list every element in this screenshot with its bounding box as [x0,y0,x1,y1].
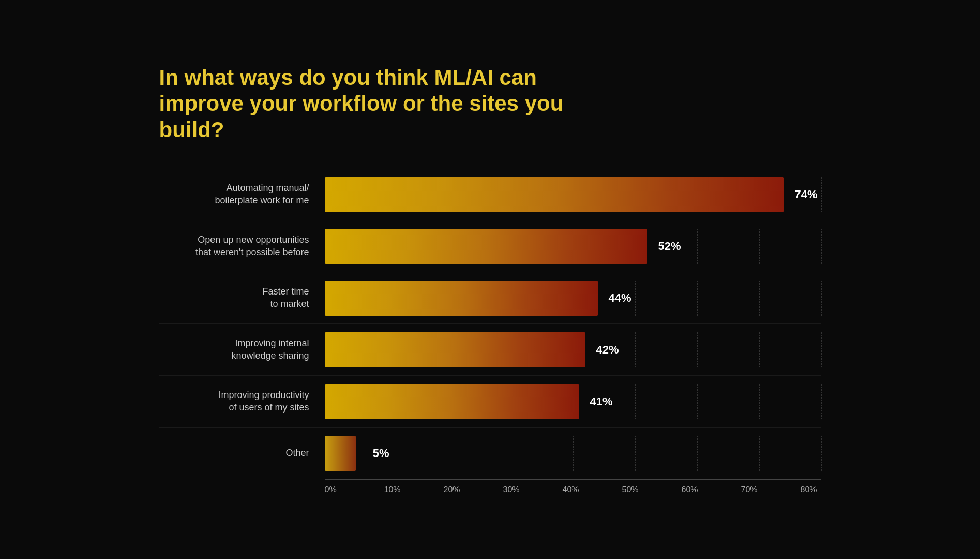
bar-label: Open up new opportunitiesthat weren't po… [159,234,325,258]
bar-label: Faster time to market [159,286,325,310]
bar-track: 74% [325,177,821,212]
bar-row: Improving productivityof users of my sit… [159,376,821,428]
bar-track: 42% [325,332,821,367]
bar-fill: 44% [325,281,598,316]
bar-label: Improving internalknowledge sharing [159,337,325,362]
x-axis-tick: 0% [325,485,384,494]
bar-row: Improving internalknowledge sharing42% [159,324,821,376]
bar-track: 44% [325,281,821,316]
bar-fill: 42% [325,332,585,367]
bar-fill: 41% [325,384,579,419]
bar-value-label: 5% [373,447,389,460]
x-axis-tick: 10% [384,485,444,494]
bar-row: Other5% [159,428,821,479]
bar-fill: 5% [325,436,356,471]
x-axis-tick: 50% [622,485,682,494]
bar-label: Improving productivityof users of my sit… [159,389,325,414]
bar-value-label: 42% [596,343,619,357]
chart-area: Automating manual/boilerplate work for m… [159,169,821,494]
bar-track: 41% [325,384,821,419]
x-axis-tick: 40% [563,485,622,494]
bar-row: Automating manual/boilerplate work for m… [159,169,821,220]
bar-value-label: 41% [590,395,612,408]
x-axis-tick: 80% [801,485,821,494]
x-axis-tick: 30% [503,485,563,494]
x-axis-tick: 60% [682,485,741,494]
x-axis-tick: 20% [444,485,503,494]
bars-container: Automating manual/boilerplate work for m… [159,169,821,479]
chart-container: In what ways do you think ML/AI can impr… [128,44,852,515]
bar-track: 52% [325,229,821,264]
chart-title: In what ways do you think ML/AI can impr… [159,65,583,143]
bar-fill: 74% [325,177,784,212]
bar-label: Automating manual/boilerplate work for m… [159,182,325,207]
bar-track: 5% [325,436,821,471]
bar-label: Other [159,447,325,459]
x-axis-tick: 70% [741,485,801,494]
bar-row: Faster time to market44% [159,272,821,324]
bar-fill: 52% [325,229,647,264]
bar-row: Open up new opportunitiesthat weren't po… [159,220,821,272]
bar-value-label: 74% [794,188,817,201]
x-axis: 0%10%20%30%40%50%60%70%80% [325,479,821,494]
bar-value-label: 52% [658,240,681,253]
bar-value-label: 44% [608,291,631,305]
